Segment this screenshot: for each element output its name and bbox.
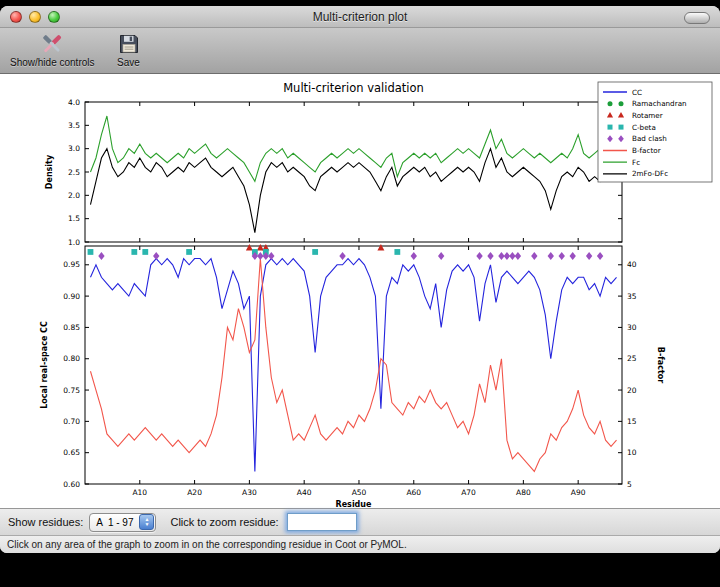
svg-text:A30: A30 — [242, 488, 257, 497]
svg-text:35: 35 — [627, 292, 637, 301]
titlebar[interactable]: Multi-criterion plot — [0, 6, 720, 28]
svg-text:3.5: 3.5 — [68, 121, 80, 130]
svg-text:0.60: 0.60 — [63, 480, 80, 489]
residue-range-value: A 1 - 97 — [96, 517, 133, 528]
svg-text:0.90: 0.90 — [63, 292, 80, 301]
svg-text:0.80: 0.80 — [63, 354, 80, 363]
close-button[interactable] — [10, 11, 22, 23]
svg-text:Ramachandran: Ramachandran — [632, 99, 687, 108]
svg-text:A60: A60 — [406, 488, 421, 497]
svg-text:2.0: 2.0 — [68, 191, 80, 200]
show-residues-label: Show residues: — [8, 516, 83, 528]
svg-text:0.65: 0.65 — [63, 448, 80, 457]
save-label: Save — [117, 57, 140, 68]
show-hide-controls-label: Show/hide controls — [10, 57, 95, 68]
window: Multi-criterion plot Show/hide controls — [0, 6, 720, 553]
svg-text:0.85: 0.85 — [63, 323, 80, 332]
zoom-window-button[interactable] — [48, 11, 60, 23]
svg-text:0.75: 0.75 — [63, 386, 80, 395]
svg-text:3.0: 3.0 — [68, 144, 80, 153]
svg-text:A10: A10 — [132, 488, 147, 497]
svg-text:30: 30 — [627, 323, 637, 332]
svg-text:Residue: Residue — [336, 500, 373, 508]
show-hide-controls-button[interactable]: Show/hide controls — [6, 30, 99, 69]
svg-text:Bad clash: Bad clash — [632, 134, 667, 143]
svg-text:0.95: 0.95 — [63, 260, 80, 269]
svg-text:Rotamer: Rotamer — [632, 111, 663, 120]
svg-text:Fc: Fc — [632, 158, 640, 167]
svg-text:A50: A50 — [352, 488, 367, 497]
svg-text:C-beta: C-beta — [632, 123, 656, 132]
traffic-lights — [10, 11, 60, 23]
svg-text:A40: A40 — [297, 488, 312, 497]
stepper-down-arrow: ▼ — [144, 522, 149, 527]
window-title: Multi-criterion plot — [313, 10, 408, 24]
svg-text:20: 20 — [627, 386, 637, 395]
zoom-residue-label: Click to zoom residue: — [170, 516, 278, 528]
svg-text:1.5: 1.5 — [68, 214, 80, 223]
plot-area[interactable]: Multi-criterion validation1.01.52.02.53.… — [0, 74, 720, 508]
svg-text:0.70: 0.70 — [63, 417, 80, 426]
svg-text:25: 25 — [627, 354, 637, 363]
svg-text:A90: A90 — [571, 488, 586, 497]
svg-text:5: 5 — [627, 480, 632, 489]
svg-text:Multi-criterion validation: Multi-criterion validation — [283, 81, 424, 95]
toolbar-toggle-button[interactable] — [684, 12, 710, 24]
zoom-residue-input[interactable] — [287, 513, 357, 531]
svg-text:10: 10 — [627, 448, 637, 457]
svg-text:1.0: 1.0 — [68, 238, 80, 247]
svg-text:4.0: 4.0 — [68, 98, 80, 107]
svg-text:15: 15 — [627, 417, 637, 426]
toolbar: Show/hide controls Save — [0, 28, 720, 74]
multi-criterion-plot[interactable]: Multi-criterion validation1.01.52.02.53.… — [0, 74, 720, 508]
svg-text:A20: A20 — [187, 488, 202, 497]
save-icon — [117, 31, 141, 57]
svg-text:A70: A70 — [461, 488, 476, 497]
minimize-button[interactable] — [29, 11, 41, 23]
status-text: Click on any area of the graph to zoom i… — [7, 539, 407, 550]
svg-text:B-factor: B-factor — [632, 146, 661, 155]
status-bar: Click on any area of the graph to zoom i… — [0, 535, 720, 553]
svg-text:A80: A80 — [516, 488, 531, 497]
svg-text:B-factor: B-factor — [656, 347, 665, 383]
residue-range-select[interactable]: A 1 - 97 ▲ ▼ — [89, 513, 156, 532]
save-button[interactable]: Save — [113, 30, 145, 69]
controls-bar: Show residues: A 1 - 97 ▲ ▼ Click to zoo… — [0, 508, 720, 535]
crossed-tools-icon — [39, 31, 65, 57]
svg-text:CC: CC — [632, 88, 642, 97]
svg-text:40: 40 — [627, 260, 637, 269]
svg-text:2mFo-DFc: 2mFo-DFc — [632, 169, 668, 178]
svg-text:Density: Density — [45, 154, 54, 189]
svg-text:Local real-space CC: Local real-space CC — [40, 321, 49, 409]
stepper-icon: ▲ ▼ — [139, 514, 154, 530]
svg-text:2.5: 2.5 — [68, 168, 80, 177]
